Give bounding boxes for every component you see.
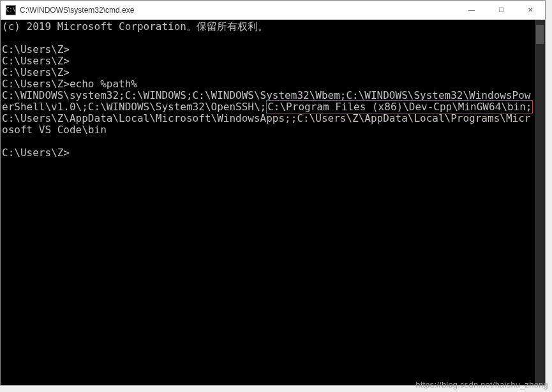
terminal-output[interactable]: (c) 2019 Microsoft Corporation。保留所有权利。 C… <box>1 20 535 385</box>
path-highlight-box: C:\Program Files (x86)\Dev-Cpp\MinGW64\b… <box>266 100 533 113</box>
copyright-line: (c) 2019 Microsoft Corporation。保留所有权利。 <box>2 20 268 33</box>
watermark-text: https://blog.csdn.net/haishu_zheng <box>415 380 548 389</box>
scrollbar[interactable] <box>535 20 545 385</box>
close-button[interactable]: ✕ <box>516 1 545 19</box>
prompt-line: C:\Users\Z> <box>2 43 70 55</box>
command-text: echo %path% <box>70 78 137 90</box>
path-output-after: C:\Users\Z\AppData\Local\Microsoft\Windo… <box>2 112 530 136</box>
cmd-window: C:\ C:\WINDOWS\system32\cmd.exe — ☐ ✕ (c… <box>0 0 546 386</box>
window-title: C:\WINDOWS\system32\cmd.exe <box>20 6 457 15</box>
prompt-line: C:\Users\Z> <box>2 55 70 67</box>
terminal-area: (c) 2019 Microsoft Corporation。保留所有权利。 C… <box>1 20 545 385</box>
window-controls: — ☐ ✕ <box>457 1 545 19</box>
scroll-thumb[interactable] <box>536 25 544 44</box>
prompt-line: C:\Users\Z> <box>2 66 70 78</box>
prompt-line: C:\Users\Z> <box>2 78 70 90</box>
minimize-button[interactable]: — <box>457 1 486 19</box>
cmd-icon: C:\ <box>6 5 16 15</box>
titlebar[interactable]: C:\ C:\WINDOWS\system32\cmd.exe — ☐ ✕ <box>1 1 545 20</box>
maximize-button[interactable]: ☐ <box>486 1 516 19</box>
prompt-line: C:\Users\Z> <box>2 147 70 159</box>
